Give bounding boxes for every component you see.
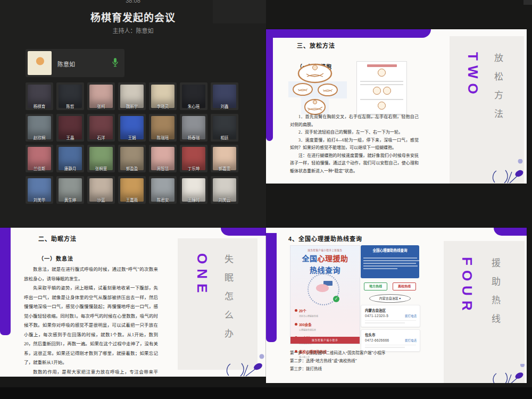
participant-tile[interactable]: 赵欣桐 [26, 114, 53, 142]
participant-name: 刘美云 [211, 197, 238, 203]
step-paragraph: 3．速度要慢，拍打4—6轮为一组，停下来，深吸一口气，感觉如何？如果好的感觉不能… [290, 137, 419, 152]
participant-tile[interactable]: 王臻时 [180, 176, 207, 204]
section-title-vertical: 援助热线 [488, 258, 502, 332]
participant-name: 杨春瑞 [180, 135, 207, 140]
participant-tile[interactable]: 石洋 [87, 114, 115, 142]
purple-top-band [221, 228, 266, 236]
participant-tile[interactable]: 相廷 [211, 114, 238, 142]
ring-center-graphic [316, 284, 329, 292]
participant-tile[interactable]: 郭嘉雯 [211, 145, 238, 172]
participant-name: 王娟 [118, 135, 146, 140]
hotline-card: 包头市 0472-6626666 拨打电话 [361, 329, 420, 352]
section-number: FOUR [459, 257, 475, 315]
slide-body-text: 数息法，就是在进行腹式呼吸的时候，通过数“呼气”的次数来放松身心，诱导睡眠的发生… [24, 265, 158, 377]
participant-tile[interactable]: 魏新宇 [118, 82, 146, 110]
call-link: 拨打电话 [405, 338, 417, 343]
query-text-line [363, 257, 417, 259]
hotline-steps: 第一步：识别左图中二维码进入“国务院客户端”小程序第二步：选择“地方热线”或“高… [290, 349, 418, 373]
participant-name: 李晓灵 [149, 103, 177, 109]
participant-tile[interactable]: 杨春瑞 [180, 114, 207, 142]
participant-name: 张桐萱 [87, 165, 115, 171]
participant-tile[interactable]: 沙蓝 [87, 176, 115, 204]
hotline-query-panel: 全国心理援助热线查询 · · · · · · · · · · · · 地方热线 … [361, 245, 419, 360]
query-buttons: 地方热线 高校热线 [361, 282, 419, 290]
participant-tile[interactable]: 张桐萱 [87, 145, 115, 172]
step-paragraph: 2．双手轮流轻拍自己的臂膀，左一下、右一下为一轮。 [290, 129, 419, 137]
participant-tile[interactable]: 刘美华 [26, 176, 53, 204]
participant-tile[interactable]: 陈君安 [149, 176, 177, 204]
participant-name: 王臻时 [180, 197, 207, 203]
slide-relax-methods[interactable]: 三、放松方法 （一）蝴蝶抱 1．首先双臂在胸前交叉，右手在左侧，左手在右侧，轻抱… [266, 29, 527, 184]
step-line: 第一步：识别左图中二维码进入“国务院客户端”小程序 [290, 349, 418, 357]
participant-tile[interactable]: 杨棋育 [26, 82, 53, 110]
purple-left-bar [266, 29, 273, 141]
slide-insomnia[interactable]: 二、助眠方法 （一）数息法 数息法，就是在进行腹式呼吸的时候，通过数“呼气”的次… [0, 228, 266, 377]
query-text-line [363, 260, 419, 261]
section-side-panel: FOUR 援助热线 [444, 241, 525, 383]
figure-icon [373, 87, 381, 95]
meeting-host-label: 主持人：陈意如 [0, 26, 266, 35]
query-text-line [363, 263, 416, 264]
participant-tile[interactable]: 王娟 [118, 114, 146, 142]
participant-tile[interactable]: 朱心瑶 [180, 82, 207, 110]
poster-title-line1: 全国心理援助 [290, 253, 360, 263]
section-title-vertical: 失眠怎么办 [221, 254, 235, 347]
body-paragraph: 先采取平躺的姿势，闭上眼睛，试着刻意地收紧一下腹部，先呼出一口气，就像是让身体里… [24, 284, 158, 368]
stat-desc: 心理援助热线信息 [299, 329, 356, 331]
meeting-panel: 38:08 杨棋育发起的会议 主持人：陈意如 陈意如 杨棋育 陈哲 张柯 魏新宇 [0, 0, 266, 229]
participant-tile[interactable]: 郭盈盈 [118, 145, 146, 172]
host-name: 陈意如 [57, 60, 75, 68]
stat-icon [295, 309, 297, 312]
purple-top-band [494, 228, 527, 236]
query-title: 全国心理援助热线查询 [361, 247, 419, 253]
participant-name: 陈哲 [56, 103, 84, 109]
participant-name: 郭嘉雯 [211, 165, 238, 171]
participant-tile[interactable]: 周智慧 [149, 145, 177, 172]
participant-name: 赵欣桐 [26, 135, 53, 140]
participant-tile[interactable]: 兰佳斯 [26, 145, 53, 172]
card-divider [365, 345, 416, 345]
participant-name: 陈瑞瑶 [149, 135, 177, 140]
participant-name: 黄生婷 [56, 197, 84, 203]
check-icon: ✓ [333, 296, 339, 302]
participant-tile[interactable]: 王嘉薇 [118, 176, 146, 204]
meeting-timer: 38:08 [0, 0, 266, 4]
section-number: ONE [194, 253, 210, 297]
stat-row: 20个 省区市心理援助热线 [295, 305, 356, 318]
poster-footer-bar: 国务院客户端小程序 [290, 337, 360, 344]
participant-tile[interactable]: 丁乐坤 [180, 145, 207, 172]
participant-name: 丁乐坤 [180, 165, 207, 171]
slide-hotlines[interactable]: 4、全国心理援助热线查询 国务院客户端小程序上新服务 全国心理援助 热线查询 ✓… [266, 228, 527, 383]
participant-name: 兰佳斯 [26, 165, 53, 171]
host-avatar [28, 51, 52, 75]
participant-name: 郭盈盈 [118, 165, 146, 171]
host-card[interactable]: 陈意如 [26, 49, 124, 77]
participant-tile[interactable]: 黄生婷 [56, 176, 84, 204]
participant-name: 沙蓝 [87, 197, 115, 203]
participant-tile[interactable]: 刘鑫 [211, 82, 238, 110]
stat-value: 300余条 [299, 322, 312, 326]
participant-tile[interactable]: 陈哲 [56, 82, 84, 110]
butterfly-hug-poster [356, 61, 407, 115]
participant-tile[interactable]: 王晶 [56, 114, 84, 142]
participant-tile[interactable]: 刘美云 [211, 176, 238, 204]
doodle-decoration [488, 159, 527, 184]
participant-name: 康静月 [56, 165, 84, 171]
participant-tile[interactable]: 李晓灵 [149, 82, 177, 110]
participant-tile[interactable]: 张柯 [87, 82, 115, 110]
participant-tile[interactable]: 康静月 [56, 145, 84, 172]
participant-name: 相廷 [211, 135, 238, 140]
query-text-line [363, 265, 418, 267]
slide-body-text: 1．首先双臂在胸前交叉，右手在左侧，左手在右侧，轻抱自己对侧的肩膀。2．双手轮流… [290, 113, 419, 175]
card-region-name: 内蒙古自治区 [365, 307, 386, 313]
stat-desc: 省区市心理援助热线 [299, 315, 356, 318]
microphone-on-icon[interactable] [112, 58, 118, 67]
participant-tile[interactable]: 陈瑞瑶 [149, 114, 177, 142]
doodle-decoration [489, 364, 527, 383]
participant-name: 刘鑫 [211, 103, 238, 109]
slide-subheading: （一）数息法 [38, 254, 73, 262]
figure-icon [378, 102, 386, 110]
hotline-card: 内蒙古自治区 0471-12320-5 拨打电话 [361, 305, 420, 327]
participant-name: 石洋 [87, 135, 115, 140]
card-text-line [365, 322, 405, 323]
